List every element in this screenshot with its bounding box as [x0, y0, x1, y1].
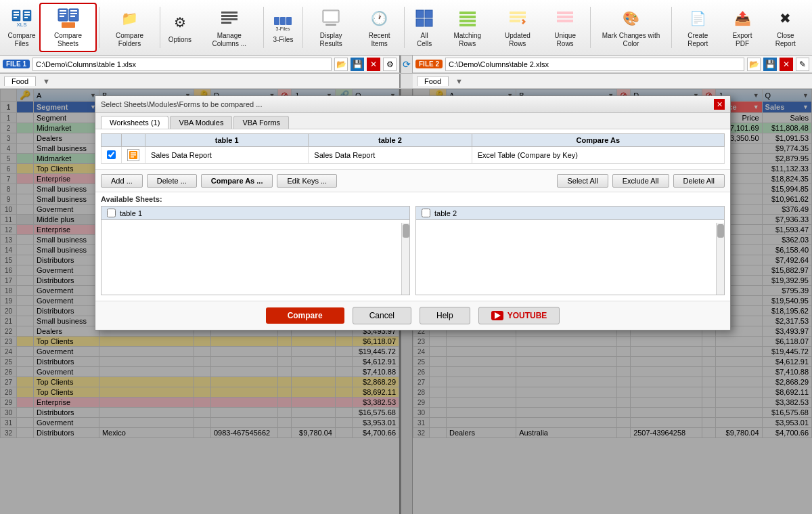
svg-rect-31 — [416, 19, 424, 26]
svg-rect-45 — [131, 154, 136, 156]
edit-keys-btn[interactable]: Edit Keys ... — [277, 174, 337, 188]
action-bar: Add ... Delete ... Compare As ... Edit K… — [95, 169, 730, 192]
youtube-icon — [491, 311, 503, 320]
add-btn[interactable]: Add ... — [101, 174, 143, 188]
splitter-top: ⟳ — [401, 56, 413, 73]
file1-close-btn[interactable]: ✕ — [367, 58, 380, 71]
3-files-icon: 3-Files — [272, 12, 294, 33]
svg-rect-3 — [14, 17, 17, 18]
unique-rows-btn[interactable]: Unique Rows — [542, 3, 588, 52]
file2-badge: FILE 2 — [415, 60, 443, 68]
3-files-label: 3-Files — [273, 36, 293, 44]
svg-rect-16 — [70, 16, 75, 17]
main-area: 🔑 A ▼ B ▼ 🔑 D ▼ ⊘ J ▼ — [0, 89, 812, 514]
svg-rect-39 — [510, 20, 520, 22]
file2-settings-btn[interactable]: ✎ — [796, 58, 809, 71]
file1-sheet-tab[interactable]: Food — [4, 76, 36, 86]
row-checkbox-cell — [102, 147, 122, 164]
recent-items-btn[interactable]: 🕐 Recent Items — [357, 3, 402, 52]
options-btn[interactable]: ⚙ Options — [162, 3, 198, 52]
col-compare-as: Compare As — [472, 134, 724, 147]
all-cells-btn[interactable]: All Cells — [407, 3, 442, 52]
row-checkbox[interactable] — [107, 150, 116, 159]
delete-all-btn[interactable]: Delete All — [673, 174, 725, 188]
file1-path-input[interactable] — [32, 58, 332, 71]
sheet-list-table1: table 1 — [101, 206, 410, 295]
svg-rect-19 — [221, 15, 238, 17]
file1-browse-btn[interactable]: 📂 — [334, 58, 348, 71]
mark-changes-btn[interactable]: 🎨 Mark Changes with Color — [593, 3, 669, 52]
file2-sheet-dropdown[interactable]: ▼ — [451, 77, 467, 86]
file2-bar: FILE 2 📂 💾 ✕ ✎ — [413, 56, 812, 73]
manage-columns-icon — [219, 7, 240, 29]
cancel-btn[interactable]: Cancel — [353, 307, 411, 324]
file1-sheet-dropdown[interactable]: ▼ — [39, 77, 54, 86]
create-report-btn[interactable]: 📄 Create Report — [674, 3, 722, 52]
close-report-btn[interactable]: ✖ Close Report — [763, 3, 808, 52]
col-table1: table 1 — [145, 134, 309, 147]
close-report-icon: ✖ — [775, 7, 796, 29]
sheet-list-table2-header: table 2 — [416, 207, 724, 220]
help-btn[interactable]: Help — [420, 307, 470, 324]
updated-rows-btn[interactable]: Updated Rows — [493, 3, 542, 52]
compare-files-btn[interactable]: XLS Compare Files — [4, 3, 39, 52]
sep7 — [671, 7, 672, 48]
sheet-list-table1-header: table 1 — [102, 207, 409, 220]
tab-worksheets[interactable]: Worksheets (1) — [101, 116, 168, 129]
tab-vba-modules[interactable]: VBA Modules — [170, 116, 232, 129]
svg-rect-2 — [14, 14, 19, 16]
3-files-btn[interactable]: 3-Files 3-Files — [265, 3, 300, 52]
export-pdf-icon: 📤 — [731, 7, 753, 29]
tab-vba-forms[interactable]: VBA Forms — [233, 116, 289, 129]
manage-columns-btn[interactable]: Manage Columns ... — [198, 3, 261, 52]
compare-btn[interactable]: Compare — [266, 307, 344, 324]
youtube-btn[interactable]: YOUTUBE — [478, 307, 560, 324]
svg-rect-44 — [131, 152, 136, 154]
svg-rect-11 — [60, 13, 66, 14]
splitter-sheet — [401, 74, 413, 88]
table1-check-all[interactable] — [107, 209, 116, 217]
exclude-all-btn[interactable]: Exclude All — [612, 174, 669, 188]
compare-as-btn[interactable]: Compare As ... — [201, 174, 273, 188]
file2-sheet-tab[interactable]: Food — [417, 76, 449, 86]
modal-compare-area: table 1 table 2 Compare As — [95, 129, 730, 164]
all-cells-icon — [413, 7, 435, 29]
sep4 — [302, 7, 303, 48]
svg-rect-34 — [459, 16, 476, 18]
file1-settings-btn[interactable]: ⚙ — [383, 58, 397, 71]
file2-close-btn[interactable]: ✕ — [780, 58, 793, 71]
table1-scrollbar[interactable] — [401, 223, 409, 295]
export-pdf-btn[interactable]: 📤 Export PDF — [722, 3, 763, 52]
matching-rows-btn[interactable]: Matching Rows — [442, 3, 493, 52]
svg-rect-17 — [62, 22, 75, 28]
modal-overlay: Select Sheets\Modules\Forms to be compar… — [0, 89, 812, 514]
manage-columns-label: Manage Columns ... — [203, 32, 256, 48]
file1-save-btn[interactable]: 💾 — [351, 58, 364, 71]
compare-sheets-btn[interactable]: Compare Sheets — [39, 3, 97, 52]
modal-footer: Compare Cancel Help YOUTUBE — [95, 301, 730, 330]
svg-rect-36 — [459, 24, 476, 26]
file2-save-btn[interactable]: 💾 — [763, 58, 777, 71]
compare-folders-btn[interactable]: 📁 Compare Folders — [102, 3, 158, 52]
right-actions: Select All Exclude All Delete All — [557, 174, 725, 188]
delete-btn[interactable]: Delete ... — [147, 174, 197, 188]
svg-rect-23 — [280, 17, 286, 25]
file2-path-input[interactable] — [445, 58, 744, 71]
select-all-btn[interactable]: Select All — [557, 174, 608, 188]
toolbar: XLS Compare Files Compare Sheets 📁 Compa… — [0, 0, 812, 56]
svg-rect-46 — [131, 156, 134, 158]
table2-check-all[interactable] — [422, 209, 430, 217]
options-icon: ⚙ — [169, 12, 191, 33]
table2-scrollbar[interactable] — [716, 223, 724, 295]
svg-text:3-Files: 3-Files — [276, 26, 291, 31]
row-table1-sheet: Sales Data Report — [145, 147, 309, 164]
file2-browse-btn[interactable]: 📂 — [747, 58, 761, 71]
mark-changes-icon: 🎨 — [621, 7, 642, 29]
svg-text:XLS: XLS — [16, 22, 26, 28]
svg-rect-37 — [510, 12, 526, 14]
modal-close-btn[interactable]: ✕ — [714, 99, 725, 110]
matching-rows-label: Matching Rows — [447, 32, 487, 48]
updated-rows-icon — [507, 7, 528, 29]
display-results-btn[interactable]: Display Results — [305, 3, 357, 52]
compare-modal: Select Sheets\Modules\Forms to be compar… — [95, 95, 731, 330]
